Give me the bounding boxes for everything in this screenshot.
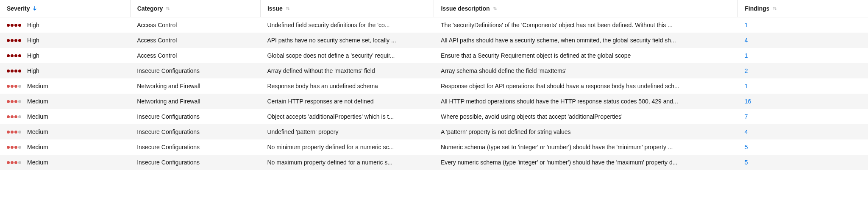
issue-cell: Certain HTTP responses are not defined: [260, 94, 434, 109]
table-row[interactable]: HighAccess ControlGlobal scope does not …: [0, 48, 868, 63]
severity-cell: High: [0, 63, 130, 78]
column-header-label: Severity: [7, 5, 30, 12]
column-header-issue[interactable]: Issue: [260, 0, 434, 17]
category-cell: Networking and Firewall: [130, 78, 260, 94]
column-header-label: Findings: [745, 5, 769, 12]
severity-label: Medium: [27, 144, 48, 150]
severity-dots-icon: [7, 115, 21, 118]
severity-dots-icon: [7, 54, 21, 57]
issue-cell: Array defined without the 'maxItems' fie…: [260, 63, 434, 78]
severity-dots-icon: [7, 70, 21, 72]
sort-active-down-icon: [32, 6, 37, 11]
findings-link[interactable]: 4: [745, 37, 748, 44]
description-cell: Array schema should define the field 'ma…: [434, 63, 738, 78]
severity-cell: High: [0, 48, 130, 63]
table-row[interactable]: MediumNetworking and FirewallResponse bo…: [0, 78, 868, 94]
table-row[interactable]: MediumInsecure ConfigurationsUndefined '…: [0, 124, 868, 139]
category-cell: Networking and Firewall: [130, 94, 260, 109]
issue-cell: No maximum property defined for a numeri…: [260, 155, 434, 170]
sort-neutral-icon: [165, 6, 170, 11]
severity-cell: Medium: [0, 78, 130, 94]
findings-cell: 5: [738, 155, 868, 170]
severity-label: Medium: [27, 159, 48, 166]
issue-cell: Global scope does not define a 'security…: [260, 48, 434, 63]
severity-dots-icon: [7, 24, 21, 27]
severity-label: Medium: [27, 128, 48, 135]
findings-link[interactable]: 1: [745, 83, 748, 89]
findings-link[interactable]: 1: [745, 52, 748, 59]
sort-neutral-icon: [285, 6, 290, 11]
findings-cell: 1: [738, 78, 868, 94]
severity-cell: High: [0, 17, 130, 33]
table-row[interactable]: HighAccess ControlAPI paths have no secu…: [0, 33, 868, 48]
category-cell: Insecure Configurations: [130, 155, 260, 170]
table-row[interactable]: MediumNetworking and FirewallCertain HTT…: [0, 94, 868, 109]
findings-link[interactable]: 1: [745, 22, 748, 28]
column-header-findings[interactable]: Findings: [738, 0, 868, 17]
column-header-severity[interactable]: Severity: [0, 0, 130, 17]
findings-link[interactable]: 5: [745, 144, 748, 150]
description-cell: All API paths should have a security sch…: [434, 33, 738, 48]
column-header-label: Category: [137, 5, 163, 12]
description-cell: The 'securityDefinitions' of the 'Compon…: [434, 17, 738, 33]
severity-dots-icon: [7, 161, 21, 164]
findings-cell: 1: [738, 17, 868, 33]
description-cell: Ensure that a Security Requirement objec…: [434, 48, 738, 63]
findings-cell: 1: [738, 48, 868, 63]
category-cell: Insecure Configurations: [130, 139, 260, 155]
table-row[interactable]: HighAccess ControlUndefined field securi…: [0, 17, 868, 33]
findings-cell: 4: [738, 33, 868, 48]
category-cell: Access Control: [130, 17, 260, 33]
column-header-description[interactable]: Issue description: [434, 0, 738, 17]
severity-dots-icon: [7, 131, 21, 134]
category-cell: Insecure Configurations: [130, 63, 260, 78]
severity-dots-icon: [7, 100, 21, 103]
table-header-row: Severity Category Issue Issue descriptio…: [0, 0, 868, 17]
category-cell: Access Control: [130, 48, 260, 63]
severity-label: High: [27, 52, 39, 59]
sort-neutral-icon: [772, 6, 777, 11]
table-row[interactable]: MediumInsecure ConfigurationsObject acce…: [0, 109, 868, 124]
table-row[interactable]: MediumInsecure ConfigurationsNo maximum …: [0, 155, 868, 170]
description-cell: All HTTP method operations should have t…: [434, 94, 738, 109]
findings-link[interactable]: 5: [745, 159, 748, 166]
findings-link[interactable]: 16: [745, 98, 751, 105]
column-header-label: Issue: [267, 5, 283, 12]
issue-cell: Object accepts 'additionalProperties' wh…: [260, 109, 434, 124]
severity-label: High: [27, 22, 39, 28]
severity-cell: Medium: [0, 155, 130, 170]
findings-cell: 2: [738, 63, 868, 78]
description-cell: Response object for API operations that …: [434, 78, 738, 94]
issue-cell: No minimum property defined for a numeri…: [260, 139, 434, 155]
severity-cell: Medium: [0, 124, 130, 139]
findings-cell: 5: [738, 139, 868, 155]
findings-link[interactable]: 4: [745, 128, 748, 135]
issue-cell: Response body has an undefined schema: [260, 78, 434, 94]
column-header-label: Issue description: [441, 5, 490, 12]
table-row[interactable]: MediumInsecure ConfigurationsNo minimum …: [0, 139, 868, 155]
severity-label: High: [27, 67, 39, 74]
findings-cell: 7: [738, 109, 868, 124]
category-cell: Insecure Configurations: [130, 124, 260, 139]
table-body: HighAccess ControlUndefined field securi…: [0, 17, 868, 170]
column-header-category[interactable]: Category: [130, 0, 260, 17]
findings-link[interactable]: 7: [745, 113, 748, 120]
severity-label: Medium: [27, 113, 48, 120]
severity-label: High: [27, 37, 39, 44]
severity-label: Medium: [27, 98, 48, 105]
description-cell: Every numeric schema (type 'integer' or …: [434, 155, 738, 170]
description-cell: A 'pattern' property is not defined for …: [434, 124, 738, 139]
severity-cell: Medium: [0, 94, 130, 109]
findings-cell: 16: [738, 94, 868, 109]
category-cell: Access Control: [130, 33, 260, 48]
severity-dots-icon: [7, 39, 21, 42]
description-cell: Where possible, avoid using objects that…: [434, 109, 738, 124]
severity-cell: High: [0, 33, 130, 48]
issue-cell: Undefined field security definitions for…: [260, 17, 434, 33]
findings-link[interactable]: 2: [745, 67, 748, 74]
severity-label: Medium: [27, 83, 48, 89]
table-row[interactable]: HighInsecure ConfigurationsArray defined…: [0, 63, 868, 78]
sort-neutral-icon: [492, 6, 498, 11]
findings-cell: 4: [738, 124, 868, 139]
issues-table: Severity Category Issue Issue descriptio…: [0, 0, 868, 170]
